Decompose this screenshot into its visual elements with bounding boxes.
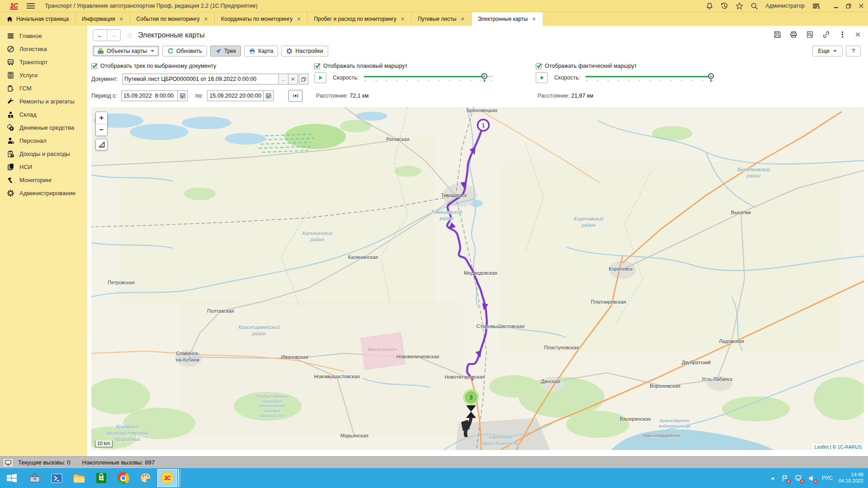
store-taskbar-icon[interactable] (90, 468, 112, 488)
sidebar-item[interactable]: Транспорт (0, 56, 87, 69)
fact-play-button[interactable] (536, 72, 548, 83)
sidebar-item[interactable]: Персонал (0, 134, 87, 147)
sidebar-item[interactable]: Главное (0, 29, 87, 42)
dropdown-caret-icon (833, 50, 837, 52)
tab-item[interactable]: Электронные карты ✕ (472, 12, 543, 26)
total-calls: Накопленные вызовы: 897 (82, 459, 155, 466)
network-icon[interactable]: ✕ (795, 474, 802, 482)
zoom-out-button[interactable]: − (96, 124, 107, 136)
current-user[interactable]: Администратор (765, 3, 805, 9)
tab-item[interactable]: Пробег и расход по мониторингу ✕ (307, 12, 411, 26)
sidebar-item[interactable]: Администрирование (0, 187, 87, 200)
calls-monitor-icon[interactable] (3, 458, 14, 467)
service-menu-icon[interactable] (812, 2, 821, 10)
tab-item[interactable]: Путевые листы ✕ (411, 12, 472, 26)
tab-item[interactable]: События по мониторингу ✕ (130, 12, 215, 26)
track-nav-icon (215, 48, 222, 54)
more-dots-icon[interactable] (839, 31, 846, 38)
track-button[interactable]: Трек (210, 46, 241, 56)
sidebar-item[interactable]: НСИ (0, 160, 87, 174)
print-map-button[interactable]: Карта (244, 46, 278, 56)
document-clear-button[interactable]: ✕ (288, 74, 298, 84)
show-plan-route-checkbox[interactable] (314, 63, 320, 69)
slider-thumb[interactable] (708, 73, 714, 79)
events-signal-button[interactable] (288, 90, 302, 102)
leaflet-link[interactable]: Leaflet (815, 444, 829, 450)
print-icon[interactable] (790, 31, 797, 38)
history-icon[interactable] (721, 2, 728, 10)
action-center-flag-icon[interactable]: ✕ (781, 474, 789, 482)
settings-button[interactable]: Настройки (281, 46, 328, 56)
chrome-taskbar-icon[interactable] (112, 468, 134, 488)
measure-tool-button[interactable] (95, 139, 108, 150)
map-objects-button[interactable]: Объекты карты (93, 46, 159, 56)
taskbar-group-edge[interactable] (178, 469, 180, 487)
sidebar-item[interactable]: Логистика (0, 42, 87, 56)
notifications-bell-icon[interactable] (706, 2, 713, 10)
1c-taskbar-icon[interactable]: 1С (157, 469, 177, 487)
close-form-icon[interactable] (855, 32, 861, 38)
period-from-input[interactable] (121, 90, 177, 101)
favorite-star-icon[interactable]: ☆ (126, 30, 133, 40)
sidebar-item-label: НСИ (19, 164, 32, 170)
more-button[interactable]: Еще (812, 46, 843, 56)
restore-button[interactable] (845, 3, 852, 9)
file-explorer-taskbar-icon[interactable] (68, 468, 90, 488)
volume-icon[interactable]: ✕ (808, 474, 816, 482)
tab-close-icon[interactable]: ✕ (204, 16, 208, 22)
document-choose-button[interactable]: ... (279, 74, 288, 84)
help-button[interactable]: ? (846, 46, 861, 56)
minimize-button[interactable] (833, 3, 839, 9)
tab-item[interactable]: Информация ✕ (75, 12, 130, 26)
server-manager-taskbar-icon[interactable] (24, 468, 46, 488)
language-indicator[interactable]: РУС (822, 475, 833, 481)
favorites-star-icon[interactable] (736, 2, 743, 10)
sidebar-item[interactable]: Услуги (0, 69, 87, 82)
sidebar-item[interactable]: Ремонты и агрегаты (0, 95, 87, 108)
tab-home[interactable]: Начальная страница (0, 12, 75, 26)
tab-close-icon[interactable]: ✕ (532, 16, 536, 22)
tray-clock[interactable]: 14:46 04.10.2022 (839, 472, 863, 484)
tray-expand-icon[interactable] (770, 476, 775, 481)
forward-button[interactable]: → (107, 30, 120, 41)
sidebar-item-icon (7, 45, 14, 53)
refresh-button[interactable]: Обновить (162, 46, 207, 56)
tray-time: 14:46 (839, 472, 863, 478)
period-to-calendar-button[interactable] (263, 90, 274, 101)
back-button[interactable]: ← (93, 30, 107, 41)
brand-link[interactable]: 1C-RARUS (837, 444, 862, 450)
printer-icon (249, 48, 255, 54)
sidebar-item[interactable]: ГСМ (0, 82, 87, 95)
search-icon[interactable] (750, 2, 758, 10)
tab-close-icon[interactable]: ✕ (401, 16, 405, 22)
plan-speed-slider[interactable] (364, 73, 493, 83)
tab-item[interactable]: Координаты по мониторингу ✕ (215, 12, 307, 26)
sidebar-item[interactable]: Склад (0, 108, 87, 121)
show-track-checkbox[interactable] (91, 63, 97, 69)
period-to-input[interactable] (207, 90, 263, 101)
save-icon[interactable] (774, 31, 781, 38)
powershell-taskbar-icon[interactable] (46, 468, 68, 488)
slider-thumb[interactable] (481, 73, 487, 79)
map-canvas[interactable]: 1 3 Брюховецкая Роговская Тимашевск (91, 107, 864, 450)
document-input[interactable] (122, 74, 279, 84)
sidebar-item[interactable]: Мониторинг (0, 174, 87, 187)
zoom-in-button[interactable]: + (96, 112, 107, 124)
close-window-button[interactable] (858, 3, 864, 9)
main-menu-icon[interactable] (27, 3, 35, 9)
print-preview-icon[interactable] (806, 31, 814, 38)
fact-speed-slider[interactable] (585, 73, 714, 83)
period-from-calendar-button[interactable] (177, 90, 188, 101)
start-button[interactable] (0, 468, 24, 488)
show-fact-route-checkbox[interactable] (536, 63, 542, 69)
fact-distance-value: 21,97 км (571, 93, 593, 99)
get-link-icon[interactable] (822, 31, 830, 38)
tab-close-icon[interactable]: ✕ (460, 16, 464, 22)
tab-close-icon[interactable]: ✕ (119, 16, 123, 22)
sidebar-item[interactable]: Доходы и расходы (0, 147, 87, 160)
sidebar-item[interactable]: Денежные средства (0, 121, 87, 134)
document-open-button[interactable] (299, 74, 308, 84)
paint-taskbar-icon[interactable] (134, 468, 156, 488)
tab-close-icon[interactable]: ✕ (297, 16, 301, 22)
plan-play-button[interactable] (314, 72, 326, 83)
